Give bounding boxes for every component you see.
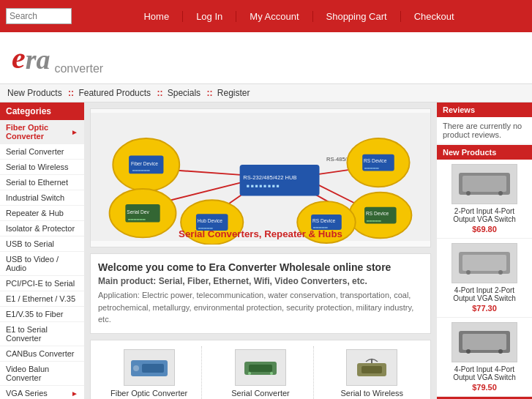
sidebar-item-industrial[interactable]: Industrial Switch (0, 190, 84, 206)
sidebar-item-usb-serial[interactable]: USB to Serial (0, 236, 84, 252)
right-product-1[interactable]: 4-Port Input 2-Port Output VGA Switch $7… (437, 239, 532, 318)
content-area: RS-232/485/422 HUB ■ ■ ■ ■ ■ ■ ■ ■ RS-48… (84, 102, 437, 399)
welcome-text: Application: Electric power, telecommuni… (98, 289, 423, 326)
right-product-img-0 (452, 164, 517, 204)
product-thumbnails: Fiber Optic Converter Serial Converter (90, 340, 431, 400)
svg-text:━━━━━━: ━━━━━━ (127, 217, 146, 222)
nav-checkout[interactable]: Checkout (400, 11, 468, 22)
nav-cart[interactable]: Shopping Cart (312, 11, 400, 22)
right-product-0[interactable]: 2-Port Input 4-Port Output VGA Switch $6… (437, 160, 532, 239)
nav-login[interactable]: Log In (182, 11, 236, 22)
svg-text:RS Device: RS Device (312, 218, 336, 223)
product-thumb-label-fiber: Fiber Optic Converter (100, 389, 198, 398)
svg-rect-51 (462, 255, 506, 271)
right-product-price-0: $69.80 (443, 225, 526, 234)
svg-text:Hub Device: Hub Device (198, 218, 222, 223)
banner: RS-232/485/422 HUB ■ ■ ■ ■ ■ ■ ■ ■ RS-48… (90, 108, 431, 247)
svg-text:Serial Dev: Serial Dev (127, 209, 149, 215)
sidebar-item-isolator[interactable]: Isolator & Protector (0, 221, 84, 236)
svg-point-52 (466, 270, 471, 275)
right-product-img-2 (452, 322, 517, 362)
svg-point-41 (248, 372, 251, 375)
banner-svg: RS-232/485/422 HUB ■ ■ ■ ■ ■ ■ ■ ■ RS-48… (91, 109, 430, 245)
right-product-name-2: 4-Port Input 4-Port Output VGA Switch (443, 365, 526, 381)
svg-text:Fiber Device: Fiber Device (131, 161, 158, 166)
sidebar-header: Categories (0, 102, 84, 120)
svg-rect-47 (462, 176, 506, 192)
top-nav: Home Log In My Account Shopping Cart Che… (72, 11, 526, 22)
svg-text:■ ■ ■ ■ ■ ■ ■ ■: ■ ■ ■ ■ ■ ■ ■ ■ (247, 183, 280, 188)
sidebar-item-canbus[interactable]: CANBus Converter (0, 346, 84, 362)
right-product-name-1: 4-Port Input 2-Port Output VGA Switch (443, 286, 526, 302)
svg-point-42 (270, 372, 273, 375)
svg-text:━━━━━: ━━━━━ (366, 219, 381, 223)
svg-point-49 (498, 191, 503, 195)
reviews-header: Reviews (437, 102, 532, 117)
subnav-featured[interactable]: Featured Products (78, 88, 151, 98)
svg-rect-55 (462, 334, 506, 350)
sub-nav: New Products :: Featured Products :: Spe… (0, 83, 532, 102)
arrow-icon: ► (71, 389, 78, 398)
logo-converter: converter (54, 62, 103, 75)
nav-account[interactable]: My Account (236, 11, 312, 22)
sidebar-item-e1-fiber[interactable]: E1/V.35 to Fiber (0, 307, 84, 322)
sidebar-item-e1-ethernet[interactable]: E1 / Ethernet / V.35 (0, 291, 84, 307)
right-product-price-1: $77.30 (443, 304, 526, 313)
welcome-subtitle: Main product: Serial, Fiber, Ethernet, W… (98, 276, 423, 286)
logo-area: e ra converter (0, 32, 532, 83)
sidebar-item-video-balun[interactable]: Video Balun Converter (0, 362, 84, 386)
sidebar-item-repeater[interactable]: Repeater & Hub (0, 206, 84, 221)
sidebar-item-usb-video[interactable]: USB to Video / Audio (0, 252, 84, 276)
arrow-icon: ► (71, 128, 78, 136)
sidebar-item-wireless[interactable]: Serial to Wireless (0, 160, 84, 175)
right-product-2[interactable]: 4-Port Input 4-Port Output VGA Switch $7… (437, 318, 532, 397)
right-product-price-2: $79.50 (443, 383, 526, 392)
product-thumb-img-fiber (124, 349, 175, 386)
right-product-name-0: 2-Port Input 4-Port Output VGA Switch (443, 207, 526, 223)
svg-rect-38 (142, 364, 164, 373)
right-product-img-1 (452, 243, 517, 283)
main-layout: Categories Fiber Optic Converter ► Seria… (0, 102, 532, 399)
logo-ra: ra (26, 43, 50, 75)
svg-point-57 (498, 349, 503, 354)
product-thumb-label-serial: Serial Converter (211, 389, 310, 398)
search-input[interactable] (6, 8, 72, 24)
svg-point-37 (133, 365, 139, 371)
sidebar-item-fiber-optic[interactable]: Fiber Optic Converter ► (0, 120, 84, 144)
right-sidebar: Reviews There are currently no product r… (437, 102, 532, 399)
svg-text:Serial Converters, Repeater & : Serial Converters, Repeater & Hubs (179, 228, 342, 239)
svg-point-48 (466, 191, 471, 195)
logo-e: e (12, 40, 26, 75)
product-thumb-img-serial (235, 349, 286, 386)
sidebar-item-ethernet[interactable]: Serial to Ethernet (0, 175, 84, 190)
sidebar-item-pci[interactable]: PCI/PCI-E to Serial (0, 276, 84, 291)
subnav-specials[interactable]: Specials (168, 88, 201, 98)
subnav-register[interactable]: Register (217, 88, 250, 98)
product-thumb-img-wireless (346, 349, 397, 386)
product-thumb-label-wireless: Serial to Wireless (323, 389, 422, 398)
top-bar: Home Log In My Account Shopping Cart Che… (0, 0, 532, 32)
svg-text:━━━━━━: ━━━━━━ (132, 168, 150, 173)
sidebar-item-serial[interactable]: Serial Converter (0, 144, 84, 160)
product-thumb-serial[interactable]: Serial Converter (208, 346, 313, 400)
svg-point-56 (466, 349, 471, 354)
reviews-content: There are currently no product reviews. (437, 117, 532, 143)
svg-text:RS Device: RS Device (364, 158, 387, 163)
nav-home[interactable]: Home (130, 11, 182, 22)
svg-text:RS Device: RS Device (366, 211, 389, 216)
logo[interactable]: e ra converter (12, 40, 103, 75)
product-thumb-wireless[interactable]: Serial to Wireless (320, 346, 424, 400)
welcome-section: Welcome you come to Era Converter Wholes… (90, 253, 431, 334)
product-thumb-fiber[interactable]: Fiber Optic Converter (97, 346, 202, 400)
subnav-new-products[interactable]: New Products (7, 88, 62, 98)
svg-rect-45 (361, 366, 382, 373)
welcome-title: Welcome you come to Era Converter Wholes… (98, 261, 423, 273)
svg-point-53 (498, 270, 503, 275)
new-products-header: New Products (437, 145, 532, 160)
sidebar-item-e1-serial[interactable]: E1 to Serial Converter (0, 322, 84, 346)
svg-rect-40 (249, 365, 272, 372)
svg-text:━━━━━: ━━━━━ (364, 166, 379, 171)
sidebar-item-vga[interactable]: VGA Series ► (0, 386, 84, 399)
left-sidebar: Categories Fiber Optic Converter ► Seria… (0, 102, 84, 399)
svg-text:RS-232/485/422 HUB: RS-232/485/422 HUB (243, 174, 296, 181)
